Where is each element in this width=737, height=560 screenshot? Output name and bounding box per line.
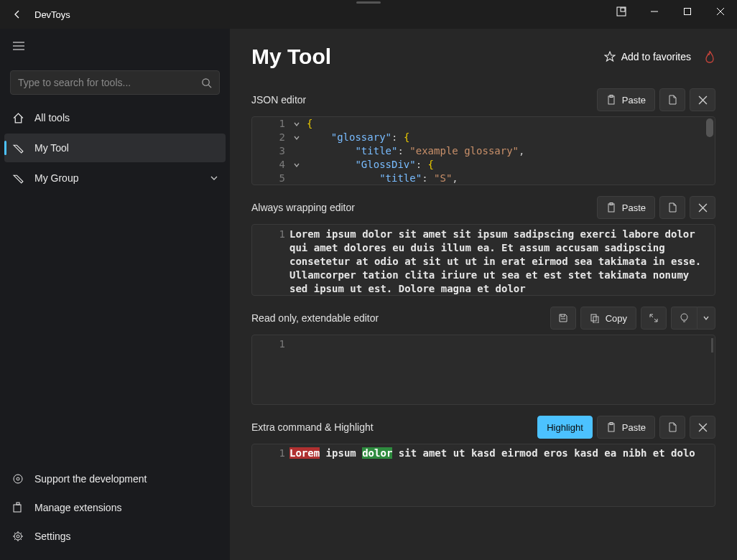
minimize-icon <box>650 7 659 16</box>
section-title: JSON editor <box>251 94 306 106</box>
gutter: 1 <box>252 447 289 503</box>
editor-row: 2 "glossary": { <box>252 131 715 144</box>
json-editor[interactable]: 1{2 "glossary": {3 "title": "example glo… <box>251 116 715 185</box>
search-input[interactable] <box>18 77 201 88</box>
clear-button[interactable] <box>690 88 715 111</box>
star-icon <box>604 51 616 62</box>
search-input-container[interactable] <box>10 70 220 95</box>
clear-button[interactable] <box>690 196 715 219</box>
save-icon <box>558 313 568 323</box>
window-controls <box>605 0 737 29</box>
minimize-button[interactable] <box>638 0 671 23</box>
footer-label: Support the development <box>34 473 147 485</box>
footer-label: Manage extensions <box>34 502 121 513</box>
add-to-favorites-button[interactable]: Add to favorites <box>604 51 691 62</box>
app-title: DevToys <box>34 9 70 20</box>
search-icon <box>201 78 212 88</box>
file-icon <box>667 95 677 105</box>
target-icon <box>11 473 24 485</box>
section-title: Read only, extendable editor <box>251 312 379 324</box>
gear-icon <box>11 531 24 542</box>
footer-extensions[interactable]: Manage extensions <box>4 494 226 521</box>
svg-rect-3 <box>685 9 691 15</box>
open-file-button[interactable] <box>659 88 685 111</box>
clipboard-icon <box>606 95 616 105</box>
copy-icon <box>590 313 600 323</box>
file-icon <box>667 422 677 432</box>
page-title: My Tool <box>251 45 331 69</box>
titlebar: DevToys <box>0 0 737 29</box>
arrow-left-icon <box>11 9 23 20</box>
editor-text: Lorem ipsum dolor sit amet sit ipsum sad… <box>289 228 715 292</box>
editor-row: 4 "GlossDiv": { <box>252 158 715 172</box>
svg-line-8 <box>208 85 211 88</box>
nav-item-label: All tools <box>34 112 70 123</box>
page-header: My Tool Add to favorites <box>251 45 715 69</box>
section-wrap-editor: Always wrapping editor Paste 1 Lore <box>251 195 715 296</box>
lightbulb-icon <box>680 313 689 323</box>
paste-button[interactable]: Paste <box>597 416 655 439</box>
scrollbar[interactable] <box>706 118 713 137</box>
nav-list: All tools My Tool My Group <box>0 102 230 194</box>
footer-settings[interactable]: Settings <box>4 523 226 550</box>
nav-item-my-group[interactable]: My Group <box>4 164 226 192</box>
svg-rect-12 <box>17 503 19 505</box>
clipboard-icon <box>606 422 616 432</box>
sidebar-footer: Support the development Manage extension… <box>0 464 230 556</box>
svg-point-9 <box>14 475 22 483</box>
readonly-editor[interactable]: 1 <box>251 335 715 405</box>
editor-text: Lorem ipsum dolor sit amet ut kasd eirmo… <box>289 447 695 503</box>
main-content: My Tool Add to favorites JSON editor Pas… <box>230 29 737 560</box>
fire-icon[interactable] <box>704 50 715 63</box>
hamburger-button[interactable] <box>4 33 33 59</box>
wrap-editor[interactable]: 1 Lorem ipsum dolor sit amet sit ipsum s… <box>251 224 715 296</box>
favorite-label: Add to favorites <box>621 51 691 62</box>
tool-icon <box>11 142 24 154</box>
x-icon <box>698 423 708 432</box>
footer-support[interactable]: Support the development <box>4 465 226 493</box>
chevron-down-icon <box>210 174 218 182</box>
svg-point-14 <box>17 535 19 538</box>
back-button[interactable] <box>6 3 29 26</box>
footer-label: Settings <box>34 531 71 542</box>
puzzle-icon <box>11 502 24 513</box>
highlight-editor[interactable]: 1 Lorem ipsum dolor sit amet ut kasd eir… <box>251 444 715 507</box>
editor-row: 5 "title": "S", <box>252 172 715 185</box>
maximize-button[interactable] <box>671 0 704 23</box>
save-button[interactable] <box>550 307 576 330</box>
editor-row: 1{ <box>252 117 715 131</box>
nav-item-my-tool[interactable]: My Tool <box>4 134 226 162</box>
svg-rect-11 <box>14 505 21 512</box>
section-json-editor: JSON editor Paste 1{2 "glossary": <box>251 88 715 185</box>
chevron-down-icon <box>703 314 710 322</box>
close-button[interactable] <box>704 0 737 23</box>
hamburger-icon <box>13 42 24 50</box>
compact-overlay-button[interactable] <box>605 0 638 23</box>
highlight-button[interactable]: Highlight <box>537 416 593 439</box>
open-file-button[interactable] <box>659 416 685 439</box>
file-icon <box>667 202 677 213</box>
close-icon <box>716 7 725 16</box>
section-title: Extra command & Highlight <box>251 421 374 433</box>
clipboard-icon <box>606 202 616 213</box>
section-readonly-editor: Read only, extendable editor Copy <box>251 306 715 405</box>
expand-icon <box>649 313 659 323</box>
nav-item-all-tools[interactable]: All tools <box>4 103 226 132</box>
x-icon <box>698 203 708 213</box>
gutter: 1 <box>252 228 289 292</box>
copy-button[interactable]: Copy <box>580 307 636 330</box>
maximize-icon <box>683 7 692 16</box>
window-drag-handle[interactable] <box>354 0 383 4</box>
clear-button[interactable] <box>690 416 715 439</box>
expand-button[interactable] <box>641 307 667 330</box>
bulb-dropdown[interactable] <box>697 307 715 330</box>
open-file-button[interactable] <box>659 196 685 219</box>
paste-button[interactable]: Paste <box>597 196 655 219</box>
gutter: 1 <box>252 338 289 401</box>
home-icon <box>11 112 24 124</box>
x-icon <box>698 95 708 105</box>
nav-item-label: My Tool <box>34 142 69 154</box>
paste-button[interactable]: Paste <box>597 88 655 111</box>
svg-point-10 <box>17 477 19 480</box>
bulb-button[interactable] <box>671 307 697 330</box>
